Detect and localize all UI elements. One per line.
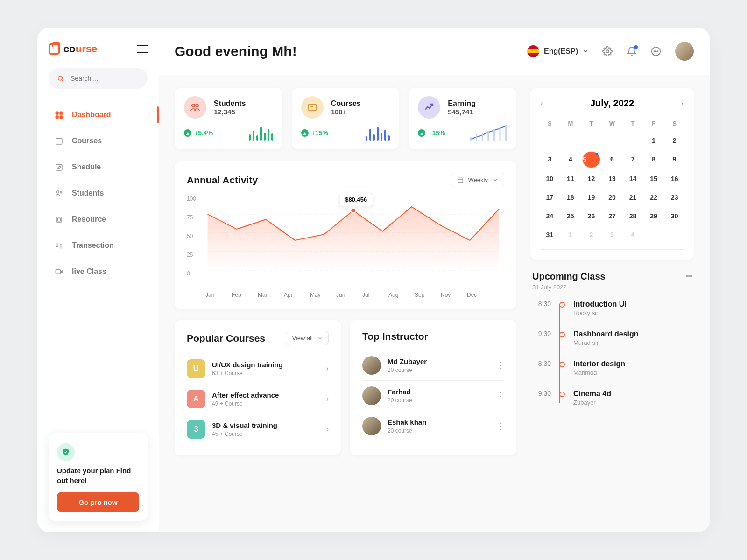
- sidebar-item-shedule[interactable]: Shedule: [49, 155, 148, 179]
- cal-day[interactable]: 21: [624, 189, 642, 205]
- chevron-right-icon: ›: [326, 425, 329, 434]
- svg-rect-30: [458, 178, 463, 183]
- cal-day[interactable]: 2: [665, 133, 684, 148]
- cal-day[interactable]: 10: [541, 171, 559, 187]
- language-selector[interactable]: Eng(ESP): [527, 45, 588, 57]
- cal-day[interactable]: 9: [665, 151, 684, 168]
- cal-day[interactable]: 31: [541, 227, 559, 243]
- center-col: Good evening Mh! Eng(ESP) Students12,345…: [175, 42, 694, 518]
- course-badge: A: [187, 390, 205, 408]
- more-icon[interactable]: ⋮: [497, 391, 504, 401]
- cal-day[interactable]: 12: [582, 171, 600, 187]
- cal-day[interactable]: 6: [603, 151, 621, 168]
- cal-day[interactable]: 8: [645, 151, 663, 168]
- cal-day[interactable]: 13: [603, 171, 621, 187]
- brand-logo[interactable]: course: [49, 43, 97, 55]
- stats-row: Students12,345▲+5.4%Courses100+▲+15%Earn…: [175, 88, 516, 149]
- sidebar-item-transection[interactable]: Transection: [49, 233, 148, 258]
- video-icon: [54, 267, 63, 276]
- cal-day[interactable]: 4: [624, 227, 642, 243]
- cal-day[interactable]: 18: [562, 189, 580, 205]
- cal-day[interactable]: 1: [562, 227, 580, 243]
- sidebar: course DashboardCoursesSheduleStudentsRe…: [37, 28, 159, 532]
- timeline-dot: [559, 392, 565, 397]
- cal-grid: SMTWTFS123456789101112131415161718192021…: [541, 117, 684, 243]
- cal-day[interactable]: 4: [562, 151, 580, 168]
- upcoming: Upcoming Class ••• 31 July 2022 8:30Intr…: [530, 271, 694, 420]
- period-selector[interactable]: Weekly: [451, 173, 504, 187]
- cal-day[interactable]: 30: [665, 208, 684, 224]
- cal-day[interactable]: 22: [645, 189, 663, 205]
- upcoming-date: 31 July 2022: [532, 284, 692, 291]
- more-icon[interactable]: •••: [686, 272, 692, 281]
- cal-day[interactable]: 16: [665, 171, 684, 187]
- cal-day[interactable]: 5: [582, 151, 600, 168]
- edit-icon: [54, 162, 63, 172]
- more-icon[interactable]: ⋮: [497, 360, 504, 371]
- cal-prev-button[interactable]: ‹: [541, 99, 543, 108]
- avatar: [362, 417, 381, 435]
- svg-rect-8: [56, 164, 62, 170]
- sidebar-item-resource[interactable]: Resource: [49, 207, 148, 231]
- bell-icon[interactable]: [627, 46, 637, 56]
- stat-icon: [418, 96, 440, 119]
- timeline-item[interactable]: 9:30Cinema 4dZubayer: [532, 390, 692, 406]
- instructor-panel: Top Instructor Md Zubayer20 course⋮Farha…: [350, 320, 516, 455]
- svg-point-9: [56, 190, 59, 193]
- cal-day[interactable]: 1: [645, 133, 663, 148]
- cal-day[interactable]: 28: [624, 208, 642, 224]
- chat-icon[interactable]: [651, 46, 661, 56]
- search-box[interactable]: [49, 68, 148, 89]
- timeline-dot: [559, 302, 565, 308]
- cal-dow: T: [624, 117, 642, 130]
- course-item[interactable]: 33D & visual training45 + Course›: [187, 414, 329, 444]
- cal-day[interactable]: 24: [541, 208, 559, 224]
- lang-label: Eng(ESP): [544, 47, 578, 56]
- instructor-item[interactable]: Farhad20 course⋮: [362, 381, 504, 411]
- menu-toggle-icon[interactable]: [137, 45, 148, 53]
- cal-day[interactable]: 27: [603, 208, 621, 224]
- instructor-item[interactable]: Md Zubayer20 course⋮: [362, 350, 504, 381]
- sidebar-item-live-class[interactable]: live Class: [49, 259, 148, 284]
- svg-point-17: [655, 51, 656, 52]
- cal-day[interactable]: 11: [562, 171, 580, 187]
- go-pro-button[interactable]: Go pro now: [57, 492, 139, 512]
- cal-day[interactable]: 14: [624, 171, 642, 187]
- promo-text: Update your plan Find out here!: [57, 466, 139, 485]
- instructor-item[interactable]: Eshak khan20 course⋮: [362, 411, 504, 441]
- avatar[interactable]: [675, 42, 694, 61]
- cal-day[interactable]: 3: [603, 227, 621, 243]
- cal-day[interactable]: 15: [645, 171, 663, 187]
- cal-day[interactable]: 7: [624, 151, 642, 168]
- book-icon: [54, 136, 63, 146]
- upcoming-title: Upcoming Class: [532, 271, 606, 282]
- view-all-button[interactable]: View all: [286, 331, 329, 345]
- cal-day[interactable]: 17: [541, 189, 559, 205]
- cal-title: July, 2022: [590, 98, 634, 109]
- cal-day[interactable]: 25: [562, 208, 580, 224]
- cal-day[interactable]: 20: [603, 189, 621, 205]
- activity-panel: Annual Activity Weekly 0255075100JanFebM…: [175, 161, 516, 309]
- svg-point-10: [60, 191, 61, 193]
- cal-day[interactable]: 29: [645, 208, 663, 224]
- timeline-item[interactable]: 8:30Introduction UIRocky sir: [532, 300, 692, 317]
- sidebar-item-courses[interactable]: Courses: [49, 129, 148, 153]
- cal-day[interactable]: 3: [541, 151, 559, 168]
- cal-day[interactable]: 23: [665, 189, 684, 205]
- cal-day[interactable]: 2: [582, 227, 600, 243]
- sidebar-item-dashboard[interactable]: Dashboard: [49, 103, 148, 127]
- cal-dow: F: [645, 117, 663, 130]
- timeline-item[interactable]: 9:30Dashboard designMurad sir: [532, 330, 692, 347]
- cal-next-button[interactable]: ›: [681, 99, 684, 108]
- search-input[interactable]: [70, 75, 139, 82]
- timeline-item[interactable]: 8:30Interior designMahmod: [532, 360, 692, 377]
- more-icon[interactable]: ⋮: [497, 421, 504, 431]
- course-item[interactable]: UUI/UX design training63 + Course›: [187, 354, 329, 384]
- cal-day[interactable]: 19: [582, 189, 600, 205]
- svg-point-20: [196, 104, 198, 107]
- svg-rect-13: [56, 269, 60, 274]
- settings-icon[interactable]: [602, 46, 613, 56]
- sidebar-item-students[interactable]: Students: [49, 181, 148, 205]
- cal-day[interactable]: 26: [582, 208, 600, 224]
- course-item[interactable]: AAfter effect advance49 + Course›: [187, 384, 329, 414]
